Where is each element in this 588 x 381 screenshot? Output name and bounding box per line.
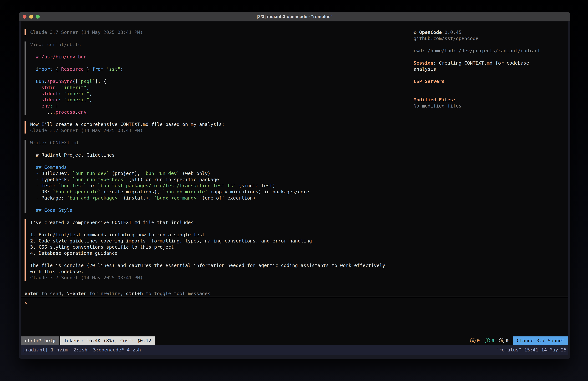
text-segment: spawnSync — [47, 79, 72, 84]
prompt-icon: > — [24, 300, 27, 306]
text-segment: (all) or run in specific package — [126, 177, 219, 182]
minimize-button[interactable] — [29, 15, 33, 19]
zoom-button[interactable] — [36, 15, 40, 19]
text-segment — [30, 66, 36, 72]
text-segment: 3. CSS styling conventions specific to t… — [30, 244, 174, 250]
text-segment: or — [86, 183, 98, 188]
text-segment: 1. Build/lint/test commands including ho… — [30, 232, 205, 238]
text-segment: - — [36, 183, 39, 188]
info-counter: i0 — [484, 338, 494, 343]
text-line — [30, 201, 568, 207]
tmux-windows-list[interactable]: [radiant] 1:nvim 2:zsh- 3:opencode* 4:zs… — [22, 347, 141, 353]
text-segment — [30, 189, 36, 195]
text-line: - Build/Dev: `bun run dev` (project), `b… — [30, 170, 568, 177]
text-line: ## Code Style — [30, 207, 568, 213]
text-line: 3. CSS styling conventions specific to t… — [30, 244, 568, 250]
text-segment — [30, 54, 36, 60]
traffic-lights — [22, 12, 40, 21]
text-segment: # — [36, 54, 39, 60]
text-segment: DB: — [39, 189, 53, 195]
text-segment: ; — [120, 66, 123, 72]
text-segment: Build/Dev: — [39, 171, 72, 176]
text-segment — [30, 171, 36, 176]
text-segment: (install), — [120, 195, 154, 201]
text-segment: - — [36, 195, 39, 201]
tokens-cost-badge: Tokens: 16.4K (8%), Cost: $0.12 — [60, 336, 155, 345]
text-segment: for newline, — [86, 291, 126, 296]
text-segment: : — [58, 91, 61, 96]
text-segment: Claude 3.7 Sonnet (14 May 2025 03:41 PM) — [30, 275, 143, 280]
terminal-window: [2/3] radiant:3:opencode - "romulus" Cla… — [19, 12, 570, 359]
text-segment: Claude 3.7 Sonnet (14 May 2025 03:41 PM) — [30, 29, 143, 35]
text-line: No modified files — [414, 103, 567, 109]
text-segment: analysis — [414, 66, 436, 72]
window-titlebar[interactable]: [2/3] radiant:3:opencode - "romulus" — [19, 12, 570, 22]
hint-counter: h0 — [499, 338, 509, 343]
text-segment: (one-off execution) — [199, 195, 256, 201]
i-circle-icon: i — [484, 338, 490, 343]
text-segment: stdin — [42, 85, 56, 90]
terminal-screen[interactable]: Claude 3.7 Sonnet (14 May 2025 03:41 PM)… — [21, 22, 568, 355]
text-segment: import — [36, 66, 53, 72]
text-segment: I've created a comprehensive CONTEXT.md … — [30, 220, 196, 225]
text-segment: Now I'll create a comprehensive CONTEXT.… — [30, 122, 225, 127]
text-segment: (apply migrations) in packages/core — [208, 189, 309, 195]
text-segment: Package: — [39, 195, 67, 201]
text-segment: `bun run dev` — [72, 171, 109, 176]
text-segment: \+enter — [67, 291, 86, 296]
text-segment: process — [56, 109, 75, 115]
text-segment: No modified files — [414, 103, 462, 109]
text-segment: /usr/bin/env bun — [42, 54, 86, 60]
text-line: - DB: `bun db generate` (create migratio… — [30, 189, 568, 195]
text-line — [414, 72, 567, 78]
text-segment: ([ — [72, 79, 78, 84]
session-info-panel: © OpenCode 0.0.45github.com/sst/opencode… — [414, 29, 567, 109]
text-segment: to send, — [39, 291, 67, 296]
text-segment: (create migrations), — [101, 189, 163, 195]
status-bar: ctrl+? help Tokens: 16.4K (8%), Cost: $0… — [21, 336, 568, 345]
text-segment — [61, 97, 64, 103]
assistant-summary-block: I've created a comprehensive CONTEXT.md … — [24, 219, 568, 281]
text-line: # Radiant Project Guidelines — [30, 152, 568, 158]
text-segment — [30, 79, 36, 84]
text-segment — [61, 91, 64, 96]
text-segment: (web only) — [179, 171, 210, 176]
model-badge[interactable]: Claude 3.7 Sonnet — [513, 336, 568, 345]
text-segment — [30, 177, 36, 182]
text-line — [414, 90, 567, 97]
text-segment: LSP Servers — [414, 79, 444, 84]
text-line: with this codebase. — [30, 269, 568, 275]
warning-counter: w0 — [470, 338, 480, 343]
window-title: [2/3] radiant:3:opencode - "romulus" — [257, 14, 333, 19]
text-line: ...process.env, — [30, 109, 568, 115]
status-bar-right: w0i0h0 Claude 3.7 Sonnet — [470, 336, 568, 345]
text-line: Modified Files: — [414, 97, 567, 103]
text-segment: The file is concise (20 lines) and captu… — [30, 263, 385, 268]
text-segment — [30, 195, 36, 201]
diagnostic-counters: w0i0h0 — [470, 336, 509, 345]
text-segment: Write: CONTEXT.md — [30, 140, 78, 145]
text-segment: Bun — [36, 79, 44, 84]
text-segment: , — [89, 97, 92, 103]
text-line — [30, 158, 568, 164]
help-shortcut-badge: ctrl+? help — [21, 336, 59, 345]
text-segment: ! — [39, 54, 41, 60]
close-button[interactable] — [22, 15, 26, 19]
text-segment — [30, 183, 36, 188]
tool-write-block: Write: CONTEXT.md # Radiant Project Guid… — [24, 140, 568, 213]
text-line: Claude 3.7 Sonnet (14 May 2025 03:41 PM) — [30, 127, 568, 134]
text-line — [30, 256, 568, 262]
text-line — [414, 42, 567, 48]
text-segment: - — [36, 189, 39, 195]
text-segment: : — [58, 97, 61, 103]
counter-value: 0 — [506, 338, 509, 343]
text-segment: `psql` — [78, 79, 95, 84]
counter-value: 0 — [477, 338, 480, 343]
tmux-status-bar: [radiant] 1:nvim 2:zsh- 3:opencode* 4:zs… — [21, 345, 568, 355]
text-segment — [104, 66, 106, 72]
text-segment: OpenCode — [419, 29, 442, 35]
tmux-host-clock: "romulus" 15:41 14-May-25 — [496, 347, 567, 353]
message-input[interactable]: > — [21, 297, 568, 336]
text-line: Write: CONTEXT.md — [30, 140, 568, 146]
text-segment: enter — [24, 291, 39, 296]
